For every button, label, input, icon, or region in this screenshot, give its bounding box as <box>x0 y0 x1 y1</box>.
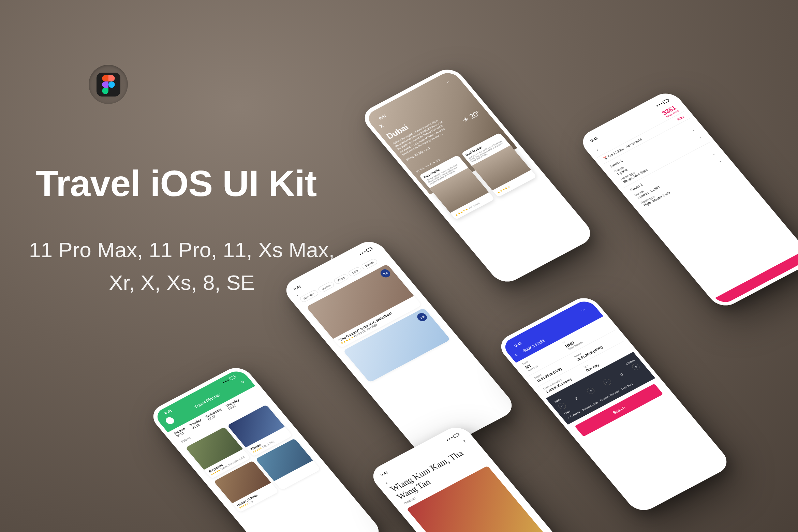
menu-icon[interactable]: ≡ <box>514 353 519 357</box>
avatar[interactable] <box>164 416 176 426</box>
status-time: 9:41 <box>378 114 387 120</box>
rating-badge: 8.4 <box>379 268 392 279</box>
rating-badge: 7.8 <box>415 312 429 323</box>
plus-button[interactable]: + <box>586 386 596 395</box>
back-icon[interactable]: ‹ <box>595 148 599 152</box>
back-icon[interactable]: ‹ <box>295 293 298 297</box>
back-icon[interactable]: ‹ <box>385 481 388 485</box>
minus-button[interactable]: − <box>557 402 567 410</box>
close-icon[interactable]: ✕ <box>378 122 386 130</box>
minus-button[interactable]: − <box>602 378 612 386</box>
mockup-city-detail: 9:41⋯ ✕ Dubai Dubai is the largest and m… <box>358 64 596 286</box>
mockup-room-booking: 9:41 ‹$361TOTAL PRICE 📅 Feb 12,2018 - Fe… <box>576 88 798 310</box>
mockup-hotel-listing: 9:41 ‹ New York Guests Filters Date Gues… <box>280 237 518 459</box>
mockup-travel-planner: 9:41 Travel Planner⚙ Monday30.11 Tuesday… <box>147 363 385 532</box>
settings-icon[interactable]: ⚙ <box>240 380 246 384</box>
plus-button[interactable]: + <box>631 363 641 371</box>
mockup-place-detail: 9:41 ‹⇪ Wiang Kum Kam, Tha Wang Tan Thai… <box>367 423 605 532</box>
book-button[interactable] <box>715 251 798 306</box>
mockup-book-flight: 9:41⋯ ≡Book a Flight FromNYNew York ToHN… <box>494 293 733 515</box>
